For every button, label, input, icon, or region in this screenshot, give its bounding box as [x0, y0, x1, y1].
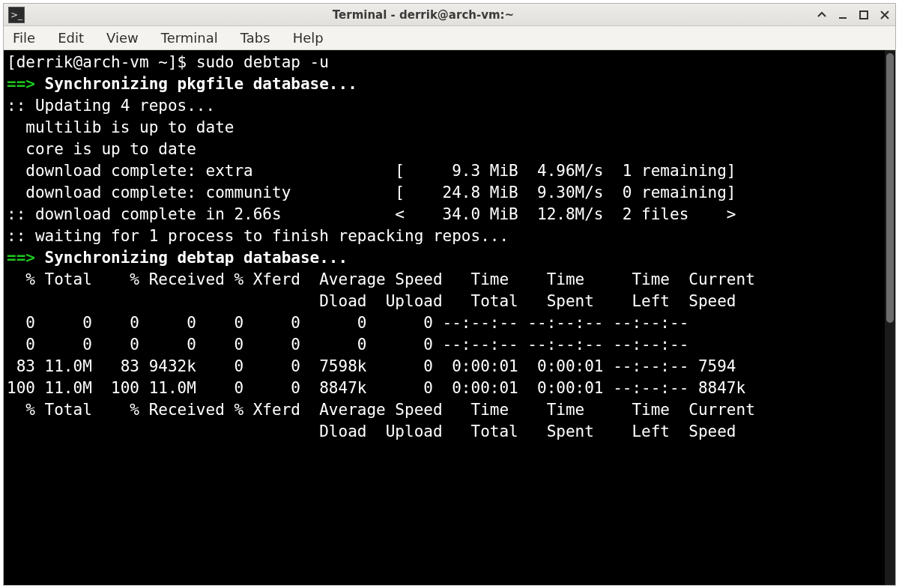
window-controls: [816, 9, 891, 21]
titlebar[interactable]: >_ Terminal - derrik@arch-vm:~: [4, 4, 895, 26]
terminal-app-icon: >_: [8, 7, 25, 23]
curl-header: % Total % Received % Xferd Average Speed…: [7, 401, 755, 419]
arrow-marker: ==>: [7, 249, 35, 267]
curl-row: 0 0 0 0 0 0 0 0 --:--:-- --:--:-- --:--:…: [7, 314, 688, 332]
maximize-button[interactable]: [858, 9, 870, 21]
menu-view[interactable]: View: [103, 28, 142, 48]
close-button[interactable]: [879, 9, 891, 21]
menu-edit[interactable]: Edit: [55, 28, 87, 48]
output-line: :: Updating 4 repos...: [7, 97, 215, 115]
shell-prompt: [derrik@arch-vm ~]$: [7, 53, 196, 71]
menu-terminal[interactable]: Terminal: [158, 28, 221, 48]
output-line: :: download complete in 2.66s < 34.0 MiB…: [7, 205, 736, 223]
curl-row: 83 11.0M 83 9432k 0 0 7598k 0 0:00:01 0:…: [7, 357, 736, 375]
output-line: download complete: extra [ 9.3 MiB 4.96M…: [7, 162, 736, 180]
output-line: download complete: community [ 24.8 MiB …: [7, 184, 736, 201]
menu-file[interactable]: File: [10, 28, 38, 48]
scrollbar-thumb[interactable]: [886, 53, 894, 323]
close-icon: [880, 10, 890, 20]
window-title: Terminal - derrik@arch-vm:~: [31, 8, 816, 22]
curl-row: 0 0 0 0 0 0 0 0 --:--:-- --:--:-- --:--:…: [7, 336, 688, 354]
output-line: :: waiting for 1 process to finish repac…: [7, 227, 509, 245]
terminal-area: [derrik@arch-vm ~]$ sudo debtap -u ==> S…: [4, 50, 895, 585]
chevron-up-icon: [817, 10, 827, 20]
arrow-marker: ==>: [7, 75, 35, 93]
curl-header: Dload Upload Total Spent Left Speed: [7, 422, 736, 440]
output-line: multilib is up to date: [7, 118, 234, 136]
curl-header: Dload Upload Total Spent Left Speed: [7, 292, 736, 310]
terminal-window: >_ Terminal - derrik@arch-vm:~ File Edit…: [3, 3, 896, 586]
curl-row: 100 11.0M 100 11.0M 0 0 8847k 0 0:00:01 …: [7, 379, 745, 397]
svg-rect-1: [860, 11, 868, 19]
minimize-button[interactable]: [837, 9, 849, 21]
scrollbar[interactable]: [885, 50, 895, 585]
menu-tabs[interactable]: Tabs: [237, 28, 273, 48]
menu-help[interactable]: Help: [290, 28, 327, 48]
curl-header: % Total % Received % Xferd Average Speed…: [7, 270, 755, 288]
maximize-icon: [859, 10, 869, 20]
svg-rect-0: [839, 17, 847, 19]
terminal-output[interactable]: [derrik@arch-vm ~]$ sudo debtap -u ==> S…: [4, 50, 885, 585]
sync-debtap-msg: Synchronizing debtap database...: [35, 249, 348, 267]
rollup-button[interactable]: [816, 9, 828, 21]
command-text: sudo debtap -u: [196, 53, 329, 71]
menubar: File Edit View Terminal Tabs Help: [4, 26, 895, 50]
output-line: core is up to date: [7, 140, 196, 158]
minimize-icon: [838, 10, 848, 20]
sync-pkgfile-msg: Synchronizing pkgfile database...: [35, 75, 357, 93]
